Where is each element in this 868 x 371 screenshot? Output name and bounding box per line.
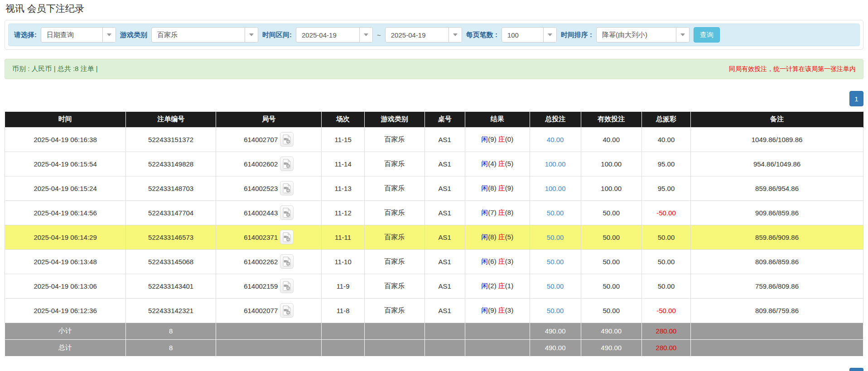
total-bet-link[interactable]: 50.00 [547, 282, 564, 290]
total-bet-link[interactable]: 100.00 [545, 160, 566, 168]
table-header-row: 时间注单编号局号场次游戏类别桌号结果总投注有效投注总派彩备注 [5, 112, 863, 127]
cell-session: 11-12 [322, 200, 365, 225]
table-body: 2025-04-19 06:16:38 522433151372 6140027… [5, 127, 863, 323]
cell-result: 闲(7) 庄(8) [465, 200, 530, 225]
game-type-select[interactable]: 百家乐 [151, 27, 258, 43]
cell-game-type: 百家乐 [364, 249, 424, 274]
range-separator: ~ [377, 31, 381, 39]
cell-table-no: AS1 [424, 249, 465, 274]
date-from-value: 2025-04-19 [296, 28, 359, 42]
cell-note: 859.86/954.86 [691, 176, 863, 200]
chevron-down-icon [245, 28, 258, 42]
pagination-top: 1 [5, 91, 863, 106]
table-row[interactable]: 2025-04-19 06:14:29 522433146573 6140023… [5, 225, 863, 249]
cell-round: 614002371 [216, 225, 322, 249]
table-footer: 小计 8 490.00 490.00 280.00 总计 8 490.00 49… [5, 323, 863, 356]
pagination-bottom-partial[interactable] [849, 368, 863, 371]
cell-session: 11-13 [322, 176, 365, 200]
cell-time: 2025-04-19 06:16:38 [5, 127, 126, 152]
video-file-icon [282, 305, 291, 315]
round-number: 614002159 [244, 282, 278, 290]
column-header: 游戏类别 [364, 112, 424, 127]
cell-table-no: AS1 [424, 127, 465, 152]
sort-select[interactable]: 降幂(由大到小) [596, 27, 690, 43]
filter-panel: 请选择: 日期查询 游戏类别 百家乐 时间区间: 2025-04-19 ~ 20… [5, 20, 863, 50]
cell-game-type: 百家乐 [364, 274, 424, 298]
cell-payout: 40.00 [642, 127, 691, 152]
total-bet-link[interactable]: 50.00 [547, 209, 564, 217]
video-replay-button[interactable] [280, 132, 294, 147]
cell-payout: 95.00 [642, 152, 691, 176]
total-bet-link[interactable]: 50.00 [547, 258, 564, 266]
game-type-label: 游戏类别 [120, 31, 147, 39]
cell-valid-bet: 40.00 [581, 127, 642, 152]
chevron-down-icon [448, 28, 462, 42]
time-range-label: 时间区间: [262, 31, 292, 39]
cell-total-bet: 50.00 [530, 200, 581, 225]
cell-time: 2025-04-19 06:13:06 [5, 274, 126, 298]
page-size-value: 100 [502, 28, 543, 42]
game-type-value: 百家乐 [152, 28, 245, 42]
table-row[interactable]: 2025-04-19 06:16:38 522433151372 6140027… [5, 127, 863, 152]
cell-bet-id: 522433148703 [126, 176, 216, 200]
total-bet-link[interactable]: 100.00 [545, 185, 566, 192]
video-file-icon [282, 183, 291, 193]
video-file-icon [282, 208, 291, 218]
video-replay-button[interactable] [280, 181, 294, 195]
cell-total-bet: 50.00 [530, 298, 581, 323]
cell-bet-id: 522433142321 [126, 298, 216, 323]
table-row[interactable]: 2025-04-19 06:12:36 522433142321 6140020… [5, 298, 863, 323]
cell-table-no: AS1 [424, 176, 465, 200]
video-replay-button[interactable] [280, 230, 294, 244]
page-size-select[interactable]: 100 [502, 27, 557, 43]
cell-session: 11-11 [322, 225, 365, 249]
search-button[interactable]: 查询 [694, 27, 720, 43]
footer-count: 8 [126, 323, 216, 339]
cell-payout: -50.00 [642, 200, 691, 225]
cell-total-bet: 100.00 [530, 176, 581, 200]
column-header: 备注 [691, 112, 863, 127]
chevron-down-icon [359, 28, 372, 42]
round-number: 614002262 [244, 258, 278, 266]
cell-round: 614002602 [216, 152, 322, 176]
video-file-icon [282, 134, 291, 144]
footer-valid-bet: 490.00 [581, 323, 642, 339]
cell-result: 闲(8) 庄(9) [465, 176, 530, 200]
column-header: 局号 [216, 112, 322, 127]
page-1-button[interactable]: 1 [849, 91, 863, 106]
video-replay-button[interactable] [280, 205, 294, 220]
video-replay-button[interactable] [280, 303, 294, 318]
table-row[interactable]: 2025-04-19 06:13:48 522433145068 6140022… [5, 249, 863, 274]
total-bet-link[interactable]: 40.00 [547, 136, 564, 143]
query-type-select[interactable]: 日期查询 [41, 27, 116, 43]
column-header: 结果 [465, 112, 530, 127]
table-row[interactable]: 2025-04-19 06:13:06 522433143401 6140021… [5, 274, 863, 298]
cell-valid-bet: 50.00 [581, 225, 642, 249]
cell-note: 1049.86/1089.86 [691, 127, 863, 152]
total-bet-link[interactable]: 50.00 [547, 233, 564, 241]
table-row[interactable]: 2025-04-19 06:15:24 522433148703 6140025… [5, 176, 863, 200]
table-row[interactable]: 2025-04-19 06:15:54 522433149828 6140026… [5, 152, 863, 176]
round-number: 614002707 [244, 136, 278, 143]
video-replay-button[interactable] [280, 157, 294, 171]
total-bet-link[interactable]: 50.00 [547, 307, 564, 314]
cell-note: 759.86/809.86 [691, 274, 863, 298]
date-from-select[interactable]: 2025-04-19 [296, 27, 373, 43]
video-replay-button[interactable] [280, 279, 294, 293]
cell-time: 2025-04-19 06:13:48 [5, 249, 126, 274]
cell-round: 614002159 [216, 274, 322, 298]
cell-bet-id: 522433146573 [126, 225, 216, 249]
cell-round: 614002707 [216, 127, 322, 152]
cell-payout: -50.00 [642, 298, 691, 323]
table-row[interactable]: 2025-04-19 06:14:56 522433147704 6140024… [5, 200, 863, 225]
summary-currency-count: 币别 : 人民币 | 总共 :8 注单 | [12, 65, 98, 73]
table-footer-row: 小计 8 490.00 490.00 280.00 [5, 323, 863, 339]
video-file-icon [282, 281, 291, 291]
video-replay-button[interactable] [280, 254, 294, 269]
date-to-select[interactable]: 2025-04-19 [385, 27, 462, 43]
cell-table-no: AS1 [424, 152, 465, 176]
column-header: 总派彩 [642, 112, 691, 127]
cell-valid-bet: 50.00 [581, 249, 642, 274]
chevron-down-icon [543, 28, 556, 42]
column-header: 时间 [5, 112, 126, 127]
